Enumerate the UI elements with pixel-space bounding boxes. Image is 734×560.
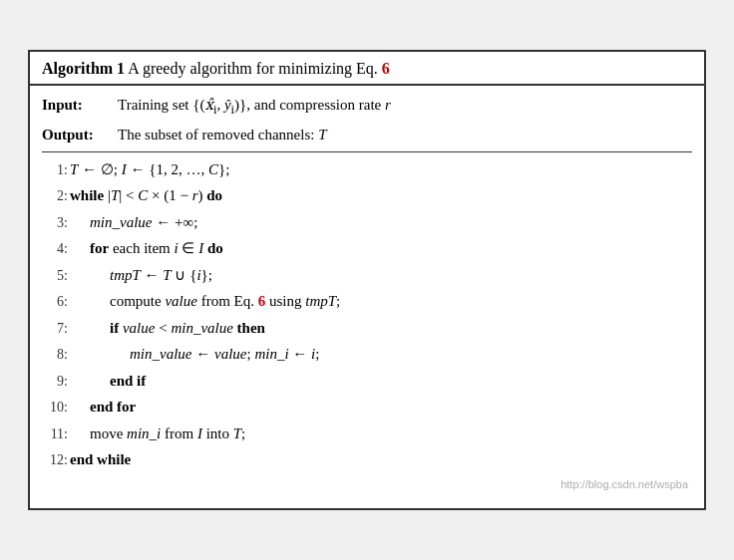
algorithm-box: Algorithm 1 A greedy algorithm for minim… <box>28 50 706 510</box>
algorithm-title: A greedy algorithm for minimizing Eq. 6 <box>128 60 390 77</box>
line-content: while |T| < C × (1 − r) do <box>70 182 692 209</box>
output-line: Output: The subset of removed channels: … <box>42 122 692 147</box>
line-number: 6: <box>42 288 70 315</box>
line-number: 1: <box>42 156 70 183</box>
line-content: move min_i from I into T; <box>70 420 692 447</box>
line-number: 2: <box>42 182 70 209</box>
line-row: 8:min_value ← value; min_i ← i; <box>42 341 692 368</box>
line-number: 10: <box>42 394 70 420</box>
divider <box>42 151 692 152</box>
input-line: Input: Training set {(x̂i, ŷi)}, and com… <box>42 92 692 122</box>
line-content: end while <box>70 446 692 473</box>
line-row: 4:for each item i ∈ I do <box>42 235 692 262</box>
line-number: 5: <box>42 262 70 289</box>
line-number: 8: <box>42 341 70 368</box>
line-row: 12:end while <box>42 446 692 473</box>
line-number: 12: <box>42 446 70 473</box>
line-row: 5:tmpT ← T ∪ {i}; <box>42 262 692 289</box>
line-row: 11:move min_i from I into T; <box>42 420 692 447</box>
line-content: for each item i ∈ I do <box>70 235 692 262</box>
line-row: 9:end if <box>42 368 692 395</box>
output-label: Output: <box>42 122 112 147</box>
line-row: 2:while |T| < C × (1 − r) do <box>42 182 692 209</box>
algorithm-label: Algorithm 1 <box>42 60 125 77</box>
input-label: Input: <box>42 92 112 118</box>
line-content: min_value ← +∞; <box>70 209 692 236</box>
line-content: compute value from Eq. 6 using tmpT; <box>70 288 692 315</box>
watermark: http://blog.csdn.net/wspba <box>42 473 692 498</box>
line-content: T ← ∅; I ← {1, 2, …, C}; <box>70 156 692 183</box>
line-number: 4: <box>42 235 70 262</box>
line-row: 7:if value < min_value then <box>42 315 692 342</box>
algorithm-body: Input: Training set {(x̂i, ŷi)}, and com… <box>30 86 704 508</box>
line-number: 7: <box>42 315 70 342</box>
line-content: if value < min_value then <box>70 315 692 342</box>
algorithm-header: Algorithm 1 A greedy algorithm for minim… <box>30 52 704 86</box>
algorithm-lines: 1:T ← ∅; I ← {1, 2, …, C};2:while |T| < … <box>42 156 692 473</box>
line-content: end if <box>70 368 692 395</box>
line-row: 6:compute value from Eq. 6 using tmpT; <box>42 288 692 315</box>
line-content: min_value ← value; min_i ← i; <box>70 341 692 368</box>
line-row: 1:T ← ∅; I ← {1, 2, …, C}; <box>42 156 692 183</box>
line-row: 10:end for <box>42 394 692 420</box>
input-text: Training set {(x̂i, ŷi)}, and compressio… <box>118 92 391 122</box>
line-content: tmpT ← T ∪ {i}; <box>70 262 692 289</box>
line-number: 9: <box>42 368 70 395</box>
line-content: end for <box>70 394 692 420</box>
line-number: 3: <box>42 209 70 236</box>
line-row: 3:min_value ← +∞; <box>42 209 692 236</box>
line-number: 11: <box>42 420 70 447</box>
output-text: The subset of removed channels: T <box>118 122 327 147</box>
